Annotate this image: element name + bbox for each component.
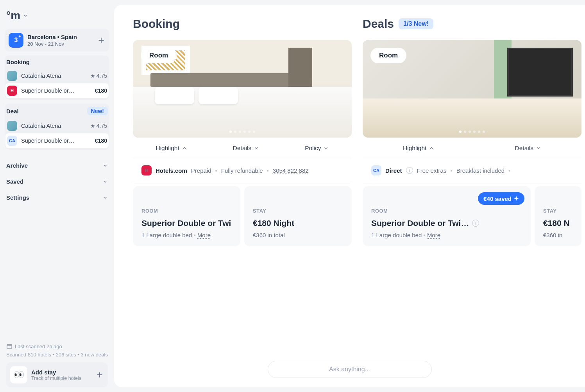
deal-meta-extras: Free extras (417, 167, 447, 174)
booking-hotel-row[interactable]: Catalonia Atena ★ 4.75 (5, 68, 109, 83)
logo-row[interactable]: °m (5, 5, 109, 29)
main-panel: Booking Room (114, 5, 585, 387)
deal-hero-image[interactable]: Room (363, 40, 581, 138)
ask-input[interactable]: Ask anything... (268, 361, 432, 378)
room-price: €180 (95, 88, 107, 94)
info-icon[interactable]: i (406, 167, 413, 174)
calendar-icon (6, 343, 13, 349)
tab-policy[interactable]: Policy (305, 145, 329, 152)
card-subtitle: €360 in (543, 232, 573, 238)
more-link[interactable]: More (197, 232, 211, 238)
card-subtitle: 1 Large double bed • More (141, 232, 232, 238)
booking-room-row[interactable]: H Superior Double or… €180 (5, 83, 109, 98)
hotel-name: Catalonia Atena (21, 123, 61, 129)
tab-details[interactable]: Details (515, 145, 541, 152)
add-stay-title: Add stay (31, 369, 81, 376)
sidebar-item-settings[interactable]: Settings (5, 190, 109, 206)
booking-tabs: Highlight Details Policy (133, 138, 352, 159)
hotel-name: Catalonia Atena (21, 73, 61, 79)
section-heading: Booking (5, 57, 109, 68)
chevron-down-icon (102, 195, 108, 200)
card-eyebrow: ROOM (141, 208, 232, 214)
booking-heading: Booking (133, 17, 180, 30)
deals-column: Deals 1/3 New! Room Highlight (363, 17, 581, 246)
hotels-com-icon: H (141, 165, 152, 175)
deal-provider-row: CA Direct i Free extras • Breakfast incl… (363, 159, 581, 182)
sidebar-nav: Archive Saved Settings (5, 158, 109, 206)
deal-room-card: €40 saved ✦ ROOM Superior Double or Twi…… (363, 186, 531, 246)
trip-nights-icon: 3 (9, 33, 23, 48)
hotel-rating: ★ 4.75 (90, 73, 107, 79)
booking-provider-row: H Hotels.com Prepaid • Fully refundable … (133, 159, 352, 182)
deal-tabs: Highlight Details (363, 138, 581, 159)
card-eyebrow: STAY (543, 208, 573, 214)
card-title: €180 Night (253, 218, 343, 228)
trip-dates: 20 Nov - 21 Nov (27, 41, 77, 47)
booking-column: Booking Room (133, 17, 352, 246)
booking-reference[interactable]: 3054 822 882 (273, 167, 309, 174)
add-stay-subtitle: Track of multiple hotels (31, 376, 81, 381)
new-badge: New! (87, 107, 108, 115)
room-price: €180 (95, 138, 107, 144)
sidebar-item-saved[interactable]: Saved (5, 174, 109, 190)
card-eyebrow: ROOM (371, 208, 522, 214)
info-icon[interactable]: i (472, 220, 479, 227)
room-label: Superior Double or… (21, 88, 74, 94)
provider-name: Direct (385, 167, 402, 174)
room-label: Superior Double or… (21, 138, 74, 144)
booking-meta-prepaid: Prepaid (191, 167, 211, 174)
savings-pill: €40 saved ✦ (478, 192, 524, 205)
sparkle-icon: ✦ (514, 195, 519, 202)
more-link[interactable]: More (427, 232, 440, 238)
plus-icon[interactable] (95, 371, 104, 379)
last-scan-line: Last scanned 2h ago (6, 343, 108, 349)
svg-rect-0 (7, 344, 12, 349)
card-subtitle: 1 Large double bed • More (371, 232, 522, 238)
carousel-dots[interactable] (459, 131, 485, 133)
room-pill: Room (370, 48, 406, 63)
deal-hotel-row[interactable]: Catalonia Atena ★ 4.75 (5, 118, 109, 133)
hotel-rating: ★ 4.75 (90, 123, 107, 129)
direct-provider-icon: CA (371, 165, 381, 175)
trip-card[interactable]: 3 Barcelona • Spain 20 Nov - 21 Nov (5, 29, 109, 52)
add-stay-card[interactable]: 👀 Add stay Track of multiple hotels (6, 362, 108, 387)
card-title: Superior Double or Twi… i (371, 218, 522, 228)
deal-stay-card: STAY €180 N €360 in (535, 186, 581, 246)
sidebar-item-archive[interactable]: Archive (5, 158, 109, 174)
card-title: Superior Double or Twi… i (141, 218, 232, 228)
sidebar-booking-section: Booking Catalonia Atena ★ 4.75 H Superio… (5, 55, 109, 100)
sidebar: °m 3 Barcelona • Spain 20 Nov - 21 Nov B… (0, 0, 114, 392)
deals-heading: Deals (363, 17, 394, 30)
card-subtitle: €360 in total (253, 232, 343, 238)
booking-meta-refundable: Fully refundable (221, 167, 263, 174)
sidebar-footer: Last scanned 2h ago Scanned 810 hotels •… (5, 343, 109, 387)
deal-meta-breakfast: Breakfast included (456, 167, 504, 174)
sidebar-deal-section: Deal New! Catalonia Atena ★ 4.75 CA Supe… (5, 104, 109, 150)
card-eyebrow: STAY (253, 208, 343, 214)
tab-highlight[interactable]: Highlight (156, 145, 187, 152)
trip-destination: Barcelona • Spain (27, 34, 77, 40)
booking-hero-image[interactable]: Room (133, 40, 352, 138)
scan-stats: Scanned 810 hotels • 206 sites • 3 new d… (6, 352, 108, 358)
logo: °m (6, 9, 20, 22)
chevron-down-icon (102, 179, 108, 184)
eyes-icon: 👀 (10, 366, 27, 383)
provider-name: Hotels.com (156, 167, 187, 174)
booking-room-card: ROOM Superior Double or Twi… i 1 Large d… (133, 186, 240, 246)
tab-details[interactable]: Details (233, 145, 259, 152)
carousel-dots[interactable] (229, 131, 255, 133)
ask-placeholder: Ask anything... (329, 366, 370, 373)
hotel-thumb-icon (7, 121, 17, 131)
direct-provider-icon: CA (7, 136, 17, 146)
plus-icon[interactable] (97, 36, 106, 45)
tab-highlight[interactable]: Highlight (403, 145, 434, 152)
card-title: €180 N (543, 218, 573, 228)
room-pill: Room (141, 48, 177, 63)
deal-room-row[interactable]: CA Superior Double or… €180 (5, 133, 109, 148)
hotels-com-icon: H (7, 86, 17, 96)
chevron-down-icon (102, 163, 108, 168)
booking-stay-card: STAY €180 Night €360 in total (244, 186, 352, 246)
section-heading: Deal New! (5, 105, 109, 118)
chevron-down-icon (23, 13, 28, 18)
hotel-thumb-icon (7, 71, 17, 81)
